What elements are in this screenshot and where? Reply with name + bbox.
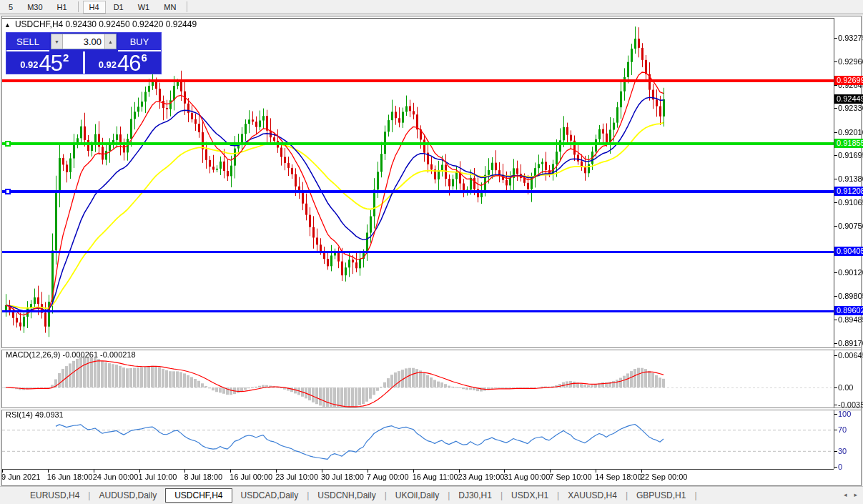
buy-price-big: 46: [117, 54, 140, 73]
hline-handle[interactable]: [5, 141, 11, 147]
sell-price-display[interactable]: 0.92 45 2: [6, 51, 85, 74]
date-label: 7 Aug 00:00: [367, 473, 409, 481]
one-click-trading-panel: SELL ▼ ▲ BUY 0.92 45 2 0.92 46 6: [6, 32, 162, 74]
sell-button[interactable]: SELL: [6, 33, 49, 51]
volume-spinner: ▼ ▲: [51, 34, 117, 49]
sell-price-pips: 2: [63, 51, 69, 64]
trade-panel-buttons-row: SELL ▼ ▲ BUY: [6, 33, 161, 51]
date-label: 7 Sep 10:00: [549, 473, 591, 481]
macd-axis-label: 0.006451: [838, 351, 863, 360]
macd-axis-label: -0.003507: [838, 400, 863, 409]
collapse-panel-icon[interactable]: ▲: [4, 21, 11, 29]
timeframe-d1[interactable]: D1: [107, 1, 130, 14]
price-tick-label: 0.90120: [838, 268, 863, 277]
toolbar-separator: [78, 1, 79, 12]
hline-0.91208[interactable]: [2, 190, 834, 193]
date-label: 16 Aug 11:00: [413, 473, 458, 481]
tab-usdcnh-daily[interactable]: USDCNH,Daily: [309, 488, 384, 503]
tab-scroll-right-icon[interactable]: ▸: [854, 491, 857, 498]
timeframe-h1[interactable]: H1: [51, 1, 74, 14]
main-pane-top-border: [2, 18, 834, 19]
date-label: 16 Jun 18:00: [47, 473, 93, 481]
macd-values: -0.000261 -0.000218: [62, 350, 135, 359]
date-label: 30 Jul 18:00: [321, 473, 364, 481]
price-tick-label: 0.91380: [838, 174, 863, 183]
buy-button[interactable]: BUY: [118, 33, 161, 51]
rsi-axis-label: 30: [838, 447, 847, 455]
timeframe-w1[interactable]: W1: [132, 1, 157, 14]
date-label: 8 Jul 18:00: [184, 473, 222, 481]
price-tick-label: 0.92960: [838, 57, 863, 66]
tab-gbpusd-h1[interactable]: GBPUSD,H1: [628, 488, 694, 503]
tab-ukoil-daily[interactable]: UKOil,Daily: [387, 488, 448, 503]
tab-usdcad-daily[interactable]: USDCAD,Daily: [232, 488, 307, 503]
sell-price-big: 45: [39, 54, 61, 73]
chart-symbol-timeframe: USDCHF,H4: [15, 19, 63, 29]
rsi-axis-label: 100: [838, 410, 851, 418]
rsi-axis-label: 0: [838, 463, 842, 471]
tab-xauusd-h4[interactable]: XAUUSD,H4: [559, 488, 626, 503]
rsi-title: RSI(14): [6, 410, 33, 419]
price-tick-label: 0.92330: [838, 104, 863, 112]
tab-dj30-h1[interactable]: DJ30,H1: [450, 488, 500, 503]
price-label-0.91208: 0.91208: [834, 187, 863, 196]
trade-panel-prices-row: 0.92 45 2 0.92 46 6: [6, 51, 161, 74]
macd-title: MACD(12,26,9): [6, 350, 60, 359]
price-tick-label: 0.89805: [838, 292, 863, 300]
timeframe-toolbar: 5M30H1H4D1W1MN: [0, 0, 863, 14]
buy-price-pips: 6: [141, 51, 147, 64]
date-label: 9 Jun 2021: [1, 473, 40, 481]
buy-price-display[interactable]: 0.92 46 6: [85, 51, 162, 74]
timeframe-mn[interactable]: MN: [157, 1, 182, 14]
axis-divider: [834, 18, 834, 469]
mt4-app: 5M30H1H4D1W1MN ▲USDCHF,H4 0.92430 0.9245…: [0, 0, 863, 504]
date-label: 14 Sep 18:00: [595, 473, 641, 481]
date-label: 31 Aug 00:00: [503, 473, 550, 481]
price-label-0.90405: 0.90405: [834, 247, 863, 256]
date-label: 1 Jul 10:00: [139, 473, 177, 481]
volume-increase-button[interactable]: ▲: [104, 34, 116, 49]
tab-scroll-left-icon[interactable]: ◂: [844, 491, 847, 498]
tab-audusd-daily[interactable]: AUDUSD,Daily: [90, 488, 165, 503]
tab-usdx-h1[interactable]: USDX,H1: [503, 488, 557, 503]
price-tick-label: 0.90750: [838, 222, 863, 230]
price-label-0.89602: 0.89602: [834, 306, 863, 315]
timeframe-h4[interactable]: H4: [83, 1, 106, 14]
hline-handle[interactable]: [5, 189, 11, 194]
price-tick-label: 0.93275: [838, 34, 863, 42]
volume-decrease-button[interactable]: ▼: [51, 34, 63, 49]
chart-tabbar: EURUSD,H4|AUDUSD,DailyUSDCHF,H4USDCAD,Da…: [0, 486, 863, 504]
price-tick-label: 0.91065: [838, 198, 863, 207]
tab-separator: |: [694, 490, 696, 500]
hline-0.89602[interactable]: [2, 310, 834, 312]
rsi-indicator-label: RSI(14) 49.0931: [6, 410, 64, 419]
hline-0.92699[interactable]: [2, 79, 834, 82]
chart-title: ▲USDCHF,H4 0.92430 0.92450 0.92420 0.924…: [4, 19, 197, 29]
sell-price-prefix: 0.92: [20, 59, 38, 70]
price-tick-label: 0.92010: [838, 128, 863, 137]
buy-price-prefix: 0.92: [99, 59, 117, 70]
hline-0.91855[interactable]: [2, 142, 834, 145]
date-label: 24 Jun 00:00: [93, 473, 139, 481]
macd-axis-label: 0.00: [838, 383, 853, 392]
tab-scroll-arrows: ◂ ▸: [844, 491, 857, 498]
macd-indicator-label: MACD(12,26,9) -0.000261 -0.000218: [6, 350, 136, 359]
rsi-axis-label: 70: [838, 425, 847, 434]
triangle-up-icon: ▲: [108, 39, 113, 44]
volume-input[interactable]: [63, 34, 104, 49]
tab-usdchf-h4[interactable]: USDCHF,H4: [165, 488, 232, 503]
price-tick-label: 0.91695: [838, 151, 863, 159]
date-label: 23 Jul 10:00: [275, 473, 318, 481]
hline-0.90405[interactable]: [2, 251, 834, 253]
chart-ohlc-values: 0.92430 0.92450 0.92420 0.92449: [66, 19, 197, 29]
date-label: 16 Jul 00:00: [230, 473, 272, 481]
timeframe-m30[interactable]: M30: [21, 1, 49, 14]
price-label-0.91855: 0.91855: [834, 139, 863, 148]
price-label-0.92699: 0.92699: [834, 76, 863, 85]
date-label: 23 Aug 19:00: [458, 473, 505, 481]
timeframe-5[interactable]: 5: [2, 1, 19, 14]
rsi-pane-separator[interactable]: [1, 407, 861, 410]
triangle-down-icon: ▼: [54, 39, 59, 44]
tab-eurusd-h4[interactable]: EURUSD,H4: [21, 488, 88, 503]
price-tick-label: 0.89485: [838, 315, 863, 324]
